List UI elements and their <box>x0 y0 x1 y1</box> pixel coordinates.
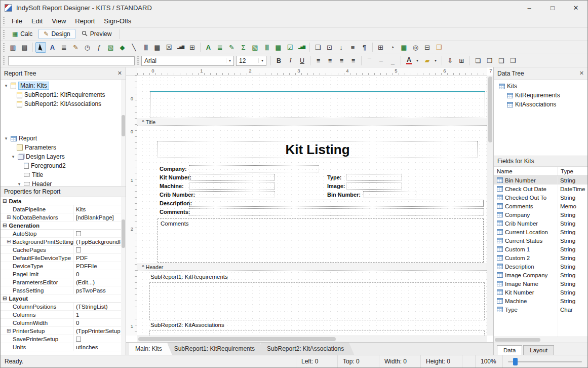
anchor-button[interactable]: ⇩ <box>445 55 455 66</box>
prop-group-data[interactable]: ⊟ Data <box>1 197 126 205</box>
report-page[interactable]: ^ Title Kit Listing Company: Kit Number:… <box>137 76 487 336</box>
calendar-tool-icon[interactable]: ▦ <box>399 42 409 53</box>
tab-preview[interactable]: Preview <box>76 29 117 40</box>
prop-value[interactable]: [ndBlankPage] <box>73 213 126 221</box>
comments-memo[interactable]: Comments <box>158 218 484 263</box>
prop-row-passsetting[interactable]: PassSetting psTwoPass <box>1 286 126 295</box>
align-justify-button[interactable]: ≡ <box>348 55 359 66</box>
prop-value[interactable]: (Edit...) <box>73 278 126 286</box>
title-band-divider[interactable]: ^ Title <box>137 119 487 126</box>
field-row-checked-out-to[interactable]: Checked Out To String <box>494 193 587 202</box>
collapse-icon[interactable]: ⊟ <box>3 296 7 301</box>
italic-button[interactable]: I <box>285 55 296 66</box>
prop-row-defaultfiledevicetype[interactable]: DefaultFileDeviceType PDF <box>1 254 126 262</box>
move-forward-button[interactable]: ❑ <box>496 55 506 66</box>
expand-icon[interactable]: ⊞ <box>7 328 11 334</box>
image-label[interactable]: Image: <box>327 182 345 190</box>
field-row-comments[interactable]: Comments Memo <box>494 202 587 210</box>
company-field[interactable] <box>189 165 319 172</box>
bring-to-front-button[interactable]: ❏ <box>473 55 483 66</box>
tree-item-report[interactable]: ▾ Report <box>1 134 126 143</box>
field-row-custom-1[interactable]: Custom 1 String <box>494 245 587 253</box>
prop-row-cachepages[interactable]: CachePages <box>1 246 126 254</box>
prop-row-devicetype[interactable]: DeviceType PDFFile <box>1 262 126 270</box>
barcode-2d-tool-icon[interactable]: ▦ <box>152 42 163 53</box>
memo-tool-icon[interactable]: ≣ <box>59 42 69 53</box>
tab-subreport1[interactable]: SubReport1: KitRequirements <box>168 343 265 355</box>
chevron-expanded-icon[interactable]: ▾ <box>4 83 9 88</box>
valign-bottom-button[interactable]: _ <box>387 55 398 66</box>
dbchart-tool-icon[interactable]: ▂▅▇ <box>296 42 307 53</box>
prop-row-parameterseditor[interactable]: ParametersEditor (Edit...) <box>1 278 126 286</box>
menu-report[interactable]: Report <box>70 16 99 26</box>
prop-value[interactable] <box>73 246 126 253</box>
tab-main-kits[interactable]: Main: Kits <box>129 343 172 355</box>
checkbox-unchecked-icon[interactable] <box>76 337 81 342</box>
line-tool-icon[interactable]: ╲ <box>129 42 139 53</box>
prop-value[interactable]: PDFFile <box>73 262 126 270</box>
menu-sign-offs[interactable]: Sign-Offs <box>99 16 136 26</box>
crib-number-field[interactable] <box>189 191 275 198</box>
index-tool-icon[interactable]: ¶ <box>359 42 370 53</box>
image-field[interactable] <box>346 182 402 190</box>
dbbarcode-tool-icon[interactable]: ∥∥ <box>261 42 272 53</box>
description-field[interactable] <box>189 200 484 207</box>
bold-button[interactable]: B <box>273 55 284 66</box>
dbimage-tool-icon[interactable]: ▧ <box>250 42 260 53</box>
prop-value[interactable] <box>73 230 126 237</box>
prop-value[interactable]: utInches <box>73 343 126 351</box>
data-tree-item-kits[interactable]: Kits <box>494 82 587 91</box>
tab-design[interactable]: ✎ Design <box>38 29 75 39</box>
chevron-expanded-icon[interactable]: ▾ <box>4 136 9 141</box>
field-row-custom-2[interactable]: Custom 2 String <box>494 253 587 262</box>
tab-subreport2[interactable]: SubReport2: KitAssociations <box>261 343 354 355</box>
menu-file[interactable]: File <box>7 16 27 26</box>
system-variable-tool-icon[interactable]: ◷ <box>82 42 93 53</box>
field-row-type[interactable]: Type Char <box>494 305 587 314</box>
prop-value[interactable]: psTwoPass <box>73 286 126 294</box>
menu-edit[interactable]: Edit <box>27 16 47 26</box>
column-header-type[interactable]: Type <box>558 167 587 175</box>
prop-value[interactable]: (TStringList) <box>73 303 126 310</box>
header-band-divider[interactable]: ^ Header <box>137 264 487 271</box>
move-backward-button[interactable]: ❒ <box>507 55 518 66</box>
checkbox-unchecked-icon[interactable] <box>76 247 81 252</box>
shape-tool-icon[interactable]: ◆ <box>117 42 128 53</box>
font-color-button[interactable]: A <box>404 55 414 66</box>
prop-row-columnwidth[interactable]: ColumnWidth 0 <box>1 319 126 327</box>
scrollbar-thumb[interactable] <box>122 219 125 248</box>
dbcalc-tool-icon[interactable]: Σ <box>238 42 249 53</box>
machine-field[interactable] <box>189 182 275 190</box>
pagebreak-tool-icon[interactable]: ↓ <box>336 42 346 53</box>
type-label[interactable]: Type: <box>327 174 342 181</box>
font-name-select[interactable]: Arial ▾ <box>141 56 234 66</box>
scrollbar-thumb[interactable] <box>138 337 336 341</box>
column-header-name[interactable]: Name <box>494 168 558 174</box>
prop-row-datapipeline[interactable]: DataPipeline Kits <box>1 205 126 213</box>
pagestyle-tool-icon[interactable]: ❒ <box>434 42 444 53</box>
prop-row-units[interactable]: Units utInches <box>1 343 126 351</box>
description-label[interactable]: Description: <box>160 200 192 207</box>
data-tree-item-kitrequirements[interactable]: KitRequirements <box>494 91 587 100</box>
field-row-image-name[interactable]: Image Name String <box>494 279 587 288</box>
field-row-description[interactable]: Description String <box>494 262 587 271</box>
prop-value[interactable]: Kits <box>73 205 126 213</box>
variable-tool-icon[interactable]: ƒ <box>94 42 104 53</box>
align-center-button[interactable]: ≡ <box>325 55 335 66</box>
subreport2-component[interactable]: SubReport2: KitAssociations <box>150 322 224 328</box>
valign-middle-button[interactable]: – <box>376 55 386 66</box>
matrix-tool-icon[interactable]: ⊞ <box>375 42 386 53</box>
bin-number-field[interactable] <box>363 191 416 198</box>
font-size-select[interactable]: 12 ▾ <box>236 56 266 66</box>
comments-label[interactable]: Comments: <box>160 208 190 215</box>
field-row-crib-number[interactable]: Crib Number String <box>494 219 587 228</box>
data-tree-item-kitassociations[interactable]: KitAssociations <box>494 100 587 109</box>
company-label[interactable]: Company: <box>160 165 187 172</box>
chevron-expanded-icon[interactable]: ▾ <box>11 154 16 159</box>
subreport1-component[interactable]: SubReport1: KitRequirements <box>150 274 228 280</box>
inspect-tool-icon[interactable]: ◎ <box>410 42 421 53</box>
component-text-input[interactable] <box>8 56 135 65</box>
field-row-machine[interactable]: Machine String <box>494 297 587 305</box>
tab-calc[interactable]: ▦ Calc <box>7 29 37 39</box>
tree-item-main-kits[interactable]: ▾ Main: Kits <box>1 81 126 90</box>
